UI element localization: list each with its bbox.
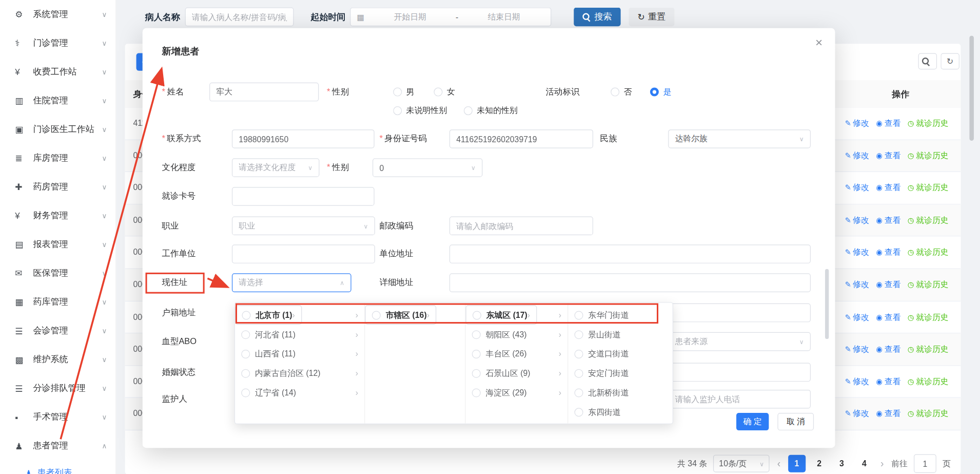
gender-radio-unknown[interactable]: 未知的性别 [464, 101, 518, 120]
edit-link[interactable]: ✎修改 [845, 247, 869, 258]
sidebar-item-pharmacy[interactable]: ✚药房管理∨ [0, 173, 115, 201]
cascader-option[interactable]: 海淀区 (29)› [466, 383, 568, 403]
cascader-option[interactable]: 景山街道 [568, 325, 672, 344]
gender-radio-unstated[interactable]: 未说明性别 [393, 101, 447, 120]
unit-address-input[interactable] [449, 244, 811, 263]
cascader-option[interactable]: 东华门街道 [568, 305, 672, 325]
edit-link[interactable]: ✎修改 [845, 376, 869, 387]
confirm-button[interactable]: 确 定 [736, 413, 769, 430]
sidebar-item-outpatient[interactable]: ⚕门诊管理∨ [0, 29, 115, 58]
page-button[interactable]: 4 [855, 455, 873, 472]
page-button[interactable]: 3 [833, 455, 850, 472]
cancel-button[interactable]: 取 消 [777, 413, 814, 430]
education-select[interactable]: 请选择文化程度 ∨ [232, 158, 320, 177]
cascader-option[interactable]: 东四街道 [568, 402, 672, 422]
history-link[interactable]: ◷就诊历史 [908, 182, 949, 194]
page-button[interactable]: 2 [811, 455, 828, 472]
guardian-phone-input[interactable] [668, 390, 811, 409]
patient-source-select[interactable]: 患者来源 ∨ [668, 332, 811, 351]
history-link[interactable]: ◷就诊历史 [908, 247, 949, 258]
gender-radio-male[interactable]: 男 [393, 83, 414, 102]
name-input[interactable] [209, 83, 319, 102]
history-link[interactable]: ◷就诊历史 [908, 344, 949, 355]
reset-button[interactable]: ↻ 重置 [629, 8, 675, 27]
cascader-option[interactable]: 北新桥街道 [568, 383, 672, 403]
view-link[interactable]: ◉查看 [876, 408, 900, 420]
cascader-option[interactable]: 河北省 (11)› [235, 325, 364, 344]
view-link[interactable]: ◉查看 [876, 182, 900, 194]
sidebar-item-charging[interactable]: ¥收费工作站∨ [0, 58, 115, 86]
sidebar-item-report[interactable]: ▤报表管理∨ [0, 230, 115, 259]
visit-card-input[interactable] [232, 187, 375, 206]
sidebar-item-patient[interactable]: ♟患者管理∧ [0, 432, 115, 461]
view-link[interactable]: ◉查看 [876, 150, 900, 161]
active-flag-radio-yes[interactable]: 是 [650, 83, 671, 102]
cascader-option[interactable]: 内蒙古自治区 (12)› [235, 364, 364, 383]
sidebar-item-consultation[interactable]: ☰会诊管理∨ [0, 316, 115, 345]
sidebar-item-finance[interactable]: ¥财务管理∨ [0, 201, 115, 230]
occupation-select[interactable]: 职业 ∨ [232, 216, 375, 235]
marital-status-extra-input[interactable] [668, 363, 811, 382]
gender-radio-female[interactable]: 女 [434, 83, 455, 102]
history-link[interactable]: ◷就诊历史 [908, 279, 949, 290]
cascader-option[interactable]: 北京市 (1)› [235, 305, 302, 325]
cascader-option[interactable]: 安定门街道 [568, 364, 672, 383]
active-flag-radio-no[interactable]: 否 [611, 83, 632, 102]
view-link[interactable]: ◉查看 [876, 376, 900, 387]
prev-page-button[interactable]: ‹ [776, 458, 781, 469]
table-search-button[interactable] [918, 53, 937, 70]
household-address-extra-input[interactable] [668, 304, 811, 323]
patient-name-input[interactable] [185, 8, 294, 27]
history-link[interactable]: ◷就诊历史 [908, 311, 949, 323]
view-link[interactable]: ◉查看 [876, 215, 900, 226]
cascader-option[interactable]: 丰台区 (26)› [466, 344, 568, 364]
edit-link[interactable]: ✎修改 [845, 311, 869, 323]
modal-scrollbar[interactable] [825, 269, 829, 339]
sidebar-item-inpatient[interactable]: ▥住院管理∨ [0, 86, 115, 115]
current-address-cascader[interactable]: 请选择 ∧ [232, 273, 351, 292]
history-link[interactable]: ◷就诊历史 [908, 376, 949, 387]
gender-code-select[interactable]: 0 ∨ [373, 158, 482, 177]
postal-code-input[interactable] [449, 216, 593, 235]
edit-link[interactable]: ✎修改 [845, 118, 869, 129]
close-icon[interactable]: × [815, 35, 822, 50]
cascader-option[interactable]: 交道口街道 [568, 344, 672, 364]
view-link[interactable]: ◉查看 [876, 311, 900, 323]
ethnicity-select[interactable]: 达斡尔族 ∨ [668, 129, 811, 148]
cascader-option[interactable]: 山西省 (11)› [235, 344, 364, 364]
sidebar-item-warehouse[interactable]: ≣库房管理∨ [0, 144, 115, 173]
goto-page-input[interactable] [914, 454, 936, 473]
sidebar-item-triage-queue[interactable]: ☰分诊排队管理∨ [0, 374, 115, 403]
view-link[interactable]: ◉查看 [876, 247, 900, 258]
contact-input[interactable] [232, 129, 375, 148]
sidebar-item-patient-list[interactable]: ♟ 患者列表 [0, 461, 115, 474]
sidebar-item-system[interactable]: ⚙系统管理∨ [0, 0, 115, 29]
search-button[interactable]: 搜索 [574, 8, 620, 27]
cascader-option[interactable]: 辽宁省 (14)› [235, 383, 364, 403]
history-link[interactable]: ◷就诊历史 [908, 215, 949, 226]
edit-link[interactable]: ✎修改 [845, 279, 869, 290]
page-scrollbar[interactable] [969, 35, 974, 141]
history-link[interactable]: ◷就诊历史 [908, 118, 949, 129]
id-number-input[interactable] [449, 129, 593, 148]
edit-link[interactable]: ✎修改 [845, 182, 869, 194]
history-link[interactable]: ◷就诊历史 [908, 408, 949, 420]
date-range-picker[interactable]: ▦ 开始日期 - 结束日期 [350, 8, 551, 27]
cascader-option[interactable]: 东城区 (17)› [466, 305, 537, 325]
sidebar-item-maintenance[interactable]: ▩维护系统∨ [0, 345, 115, 374]
cascader-option[interactable]: 市辖区 (16)› [365, 305, 436, 325]
detail-address-input[interactable] [449, 273, 811, 292]
view-link[interactable]: ◉查看 [876, 279, 900, 290]
cascader-option[interactable]: 朝阳区 (43)› [466, 325, 568, 344]
cascader-option[interactable]: 石景山区 (9)› [466, 364, 568, 383]
view-link[interactable]: ◉查看 [876, 344, 900, 355]
table-refresh-button[interactable]: ↻ [940, 53, 959, 70]
sidebar-item-insurance[interactable]: ✉医保管理∨ [0, 259, 115, 288]
edit-link[interactable]: ✎修改 [845, 215, 869, 226]
page-button[interactable]: 1 [788, 455, 806, 472]
next-page-button[interactable]: › [879, 458, 885, 469]
sidebar-item-surgery[interactable]: ▪手术管理∨ [0, 403, 115, 432]
sidebar-item-drugstore[interactable]: ▦药库管理∨ [0, 288, 115, 316]
edit-link[interactable]: ✎修改 [845, 344, 869, 355]
history-link[interactable]: ◷就诊历史 [908, 150, 949, 161]
